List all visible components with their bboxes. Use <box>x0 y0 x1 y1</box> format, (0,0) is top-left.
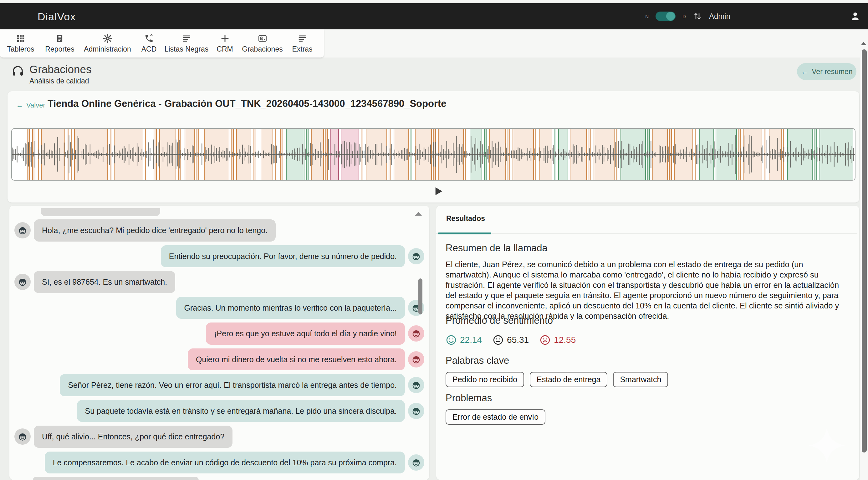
message-bubble: Hola, ¿me escucha? Mi pedido dice 'entre… <box>34 219 276 242</box>
message-row: Le compensaremos. Le acabo de enviar un … <box>14 452 424 474</box>
sentiment-title: Promedio de sentimiento <box>445 315 553 326</box>
theme-toggle[interactable] <box>655 11 676 21</box>
list-icon <box>182 34 191 43</box>
sentiment-positive: 22.14 <box>445 334 482 346</box>
nav-item-administracion[interactable]: Administracion <box>80 29 135 58</box>
sentiment-avatar-neutral <box>14 274 31 290</box>
top-strip <box>0 0 868 3</box>
message-bubble: Sí, es el 987654. Es un smartwatch. <box>34 271 175 293</box>
theme-left-label: N <box>645 14 649 19</box>
sort-icon[interactable] <box>693 11 702 21</box>
clipped-message-bottom <box>33 477 199 480</box>
page-subtitle: Análisis de calidad <box>29 77 91 85</box>
sentiment-row: 22.14 65.31 12.55 <box>445 334 576 346</box>
page-header: Grabaciones Análisis de calidad <box>11 63 91 85</box>
sentiment-avatar-positive <box>408 377 424 393</box>
nav-item-label: Grabaciones <box>242 45 283 54</box>
chat-scrollbar-thumb[interactable] <box>418 278 423 314</box>
nav-row: TablerosReportesAdministracionACDListas … <box>0 29 868 58</box>
sentiment-avatar-neutral <box>14 222 31 238</box>
nav-item-acd[interactable]: ACD <box>135 29 163 58</box>
message-bubble: Gracias. Un momento mientras lo verifico… <box>176 297 405 319</box>
nav-item-tableros[interactable]: Tableros <box>2 29 39 58</box>
message-row: Quiero mi dinero de vuelta si no me resu… <box>14 348 424 371</box>
sentiment-positive-value: 22.14 <box>460 335 482 345</box>
nav-item-reportes[interactable]: Reportes <box>39 29 80 58</box>
brand-logo: DialVox <box>37 11 76 23</box>
sentiment-avatar-positive <box>408 403 424 419</box>
topbar: DialVox N D Admin <box>0 3 868 29</box>
sentiment-avatar-negative <box>408 325 424 342</box>
message-bubble: Señor Pérez, tiene razón. Veo un error a… <box>60 374 405 396</box>
plus-icon <box>220 34 230 43</box>
keyword-chip: Pedido no recibido <box>445 372 524 387</box>
message-bubble: ¡Pero es que yo estuve aquí todo el día … <box>206 322 405 345</box>
sentiment-negative: 12.55 <box>539 334 576 346</box>
sentiment-avatar-negative <box>408 351 424 368</box>
sentiment-negative-value: 12.55 <box>554 335 576 345</box>
grid-icon <box>16 34 25 43</box>
view-summary-label: Ver resumen <box>812 68 852 76</box>
keywords-title: Palabras clave <box>445 355 509 366</box>
message-bubble: Le compensaremos. Le acabo de enviar un … <box>45 452 405 474</box>
nav-item-label: Tableros <box>7 45 34 54</box>
report-icon <box>55 34 64 43</box>
nav-item-crm[interactable]: CRM <box>210 29 240 58</box>
page-scroll-up-arrow[interactable] <box>861 42 866 45</box>
nav-item-label: Listas Negras <box>164 45 209 54</box>
message-row: Su paquete todavía está en tránsito y se… <box>14 400 424 422</box>
user-icon[interactable] <box>850 11 861 22</box>
back-link-label: Valver <box>26 101 45 109</box>
sentiment-avatar-neutral <box>14 428 31 445</box>
nav-item-label: Reportes <box>45 45 74 54</box>
message-row: ¡Pero es que yo estuve aquí todo el día … <box>14 322 424 345</box>
message-row: Señor Pérez, tiene razón. Veo un error a… <box>14 374 424 396</box>
play-icon[interactable] <box>432 185 444 198</box>
sentiment-neutral: 65.31 <box>493 334 529 346</box>
problems-title: Problemas <box>445 392 492 404</box>
keyword-chip: Smartwatch <box>613 372 668 387</box>
summary-title: Resumen de la llamada <box>445 242 548 254</box>
nav-item-listas-negras[interactable]: Listas Negras <box>163 29 210 58</box>
sentiment-neutral-value: 65.31 <box>507 335 529 345</box>
waveform-bars <box>12 129 855 180</box>
message-row: Uff, qué alivio... Entonces, ¿por qué di… <box>14 425 424 448</box>
message-list: Hola, ¿me escucha? Mi pedido dice 'entre… <box>14 219 424 474</box>
tab-resultados[interactable]: Resultados <box>446 214 485 223</box>
message-bubble: Entiendo su preocupación. Por favor, dem… <box>161 245 405 268</box>
app-root: DialVox N D Admin TablerosReportesAdmini… <box>0 0 868 480</box>
sentiment-avatar-positive <box>408 454 424 471</box>
message-bubble: Su paquete todavía está en tránsito y se… <box>77 400 405 422</box>
list-icon <box>298 34 307 43</box>
nav-item-extras[interactable]: Extras <box>285 29 319 58</box>
message-row: Gracias. Un momento mientras lo verifico… <box>14 297 424 319</box>
recording-title: Tienda Online Genérica - Grabación OUT_T… <box>48 98 446 109</box>
neutral-face-icon <box>493 334 504 346</box>
nav-item-grabaciones[interactable]: Grabaciones <box>240 29 285 58</box>
admin-menu[interactable]: Admin <box>709 12 730 21</box>
message-bubble: Quiero mi dinero de vuelta si no me resu… <box>188 348 405 371</box>
keyword-chip: Estado de entrega <box>530 372 607 387</box>
topbar-right: N D Admin <box>645 3 864 29</box>
recordings-icon <box>258 34 267 43</box>
back-link[interactable]: ← Valver <box>16 101 45 109</box>
problem-chip: Error de estado de envío <box>445 409 546 425</box>
transcript-panel: Hola, ¿me escucha? Mi pedido dice 'entre… <box>9 206 429 480</box>
smiley-face-icon <box>445 334 457 346</box>
back-arrow-icon: ← <box>801 68 808 76</box>
chat-scroll-up-arrow[interactable] <box>415 212 422 216</box>
nav-item-label: Extras <box>292 45 312 54</box>
nav-item-label: ACD <box>142 45 157 54</box>
phone-icon <box>144 34 154 43</box>
headphones-icon <box>11 64 24 77</box>
view-summary-button[interactable]: ← Ver resumen <box>797 63 857 80</box>
theme-right-label: D <box>682 14 686 19</box>
message-row: Hola, ¿me escucha? Mi pedido dice 'entre… <box>14 219 424 242</box>
waveform[interactable] <box>11 128 856 181</box>
results-panel: Resultados Resumen de la llamada El clie… <box>436 206 859 480</box>
recording-card: ← Valver Tienda Online Genérica - Grabac… <box>7 91 859 203</box>
message-row: Entiendo su preocupación. Por favor, dem… <box>14 245 424 268</box>
page-scrollbar-thumb[interactable] <box>862 49 867 452</box>
message-row: Sí, es el 987654. Es un smartwatch. <box>14 271 424 293</box>
sparkle-icon <box>809 427 845 464</box>
